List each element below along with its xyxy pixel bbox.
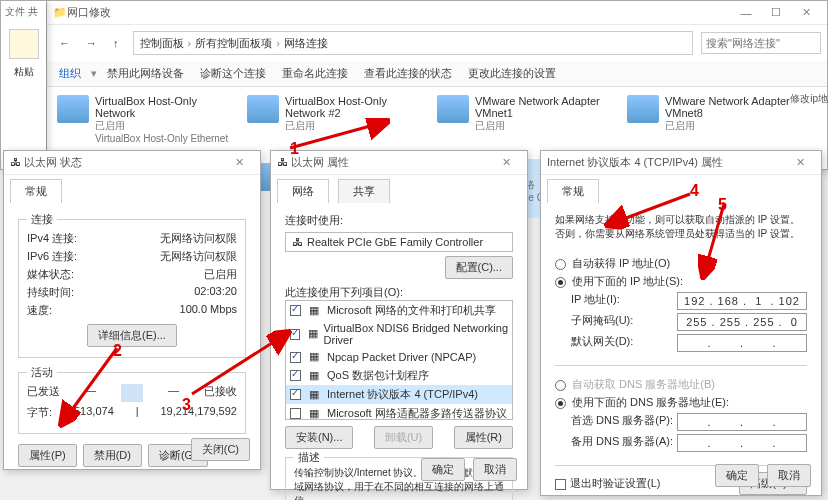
- bytes-label: 字节:: [27, 405, 52, 420]
- dns1-label: 首选 DNS 服务器(P):: [571, 413, 673, 431]
- crumb-1[interactable]: 所有控制面板项: [195, 36, 272, 51]
- item-checkbox[interactable]: [290, 389, 301, 400]
- item-label: VirtualBox NDIS6 Bridged Networking Driv…: [324, 322, 508, 346]
- up-btn[interactable]: ↑: [107, 35, 125, 51]
- net-icon: 🖧: [10, 156, 24, 170]
- component-item[interactable]: ▦Npcap Packet Driver (NPCAP): [286, 348, 512, 366]
- validate-chk[interactable]: [555, 479, 566, 490]
- r4-label: 使用下面的 DNS 服务器地址(E):: [572, 396, 729, 408]
- diag-cmd[interactable]: 诊断这个连接: [194, 64, 272, 83]
- close-icon[interactable]: ✕: [785, 153, 815, 173]
- tab-general[interactable]: 常规: [10, 179, 62, 203]
- close-btn2[interactable]: 关闭(C): [191, 438, 250, 461]
- anno-3: 3: [182, 396, 191, 414]
- item-label: Microsoft 网络适配器多路传送器协议: [327, 406, 507, 420]
- adapter-icon: [437, 95, 469, 123]
- radio-auto-dns[interactable]: [555, 380, 566, 391]
- status-row: 持续时间:02:03:20: [27, 285, 237, 300]
- titlebar: 📁 网口修改 — ☐ ✕: [47, 1, 827, 25]
- adapter-icon: [627, 95, 659, 123]
- leg-conn: 连接: [27, 212, 57, 227]
- ip-input[interactable]: [677, 292, 807, 310]
- status-cmd[interactable]: 查看此连接的状态: [358, 64, 458, 83]
- cancel-btn[interactable]: 取消: [767, 464, 811, 487]
- max-btn[interactable]: ☐: [761, 3, 791, 23]
- fwd-btn[interactable]: →: [80, 35, 103, 51]
- tab-general[interactable]: 常规: [547, 179, 599, 203]
- pc-icon: [121, 384, 143, 402]
- adapter-name: VirtualBox Host-Only Network: [95, 95, 233, 119]
- crumb-0[interactable]: 控制面板: [140, 36, 184, 51]
- breadcrumb[interactable]: 控制面板› 所有控制面板项› 网络连接: [133, 31, 694, 55]
- protocol-icon: ▦: [309, 407, 323, 421]
- ribbon-sliver: 文件 共 粘贴: [0, 0, 46, 170]
- search-input[interactable]: [701, 32, 821, 54]
- item-checkbox[interactable]: [290, 352, 301, 363]
- dlg-title: 以太网 属性: [291, 155, 491, 170]
- props-btn[interactable]: 属性(P): [18, 444, 77, 467]
- ok-btn[interactable]: 确定: [421, 458, 465, 481]
- disable-btn[interactable]: 禁用(D): [83, 444, 142, 467]
- adapter-item[interactable]: VMware Network Adapter VMnet8已启用: [625, 91, 805, 159]
- adapter-name: VMware Network Adapter VMnet8: [665, 95, 803, 119]
- item-props-btn[interactable]: 属性(R): [454, 426, 513, 449]
- adapter-status: 已启用: [475, 119, 613, 133]
- close-btn[interactable]: ✕: [791, 3, 821, 23]
- tab-network[interactable]: 网络: [277, 179, 329, 203]
- component-list[interactable]: ▦Microsoft 网络的文件和打印机共享▦VirtualBox NDIS6 …: [285, 300, 513, 420]
- component-item[interactable]: ▦VirtualBox NDIS6 Bridged Networking Dri…: [286, 320, 512, 348]
- config-btn[interactable]: 配置(C)...: [445, 256, 513, 279]
- org-menu[interactable]: 组织: [53, 64, 87, 83]
- component-item[interactable]: ▦Microsoft 网络适配器多路传送器协议: [286, 404, 512, 420]
- gw-input[interactable]: [677, 334, 807, 352]
- dns2-input[interactable]: [677, 434, 807, 452]
- adapter-icon: [57, 95, 89, 123]
- status-row: 速度:100.0 Mbps: [27, 303, 237, 318]
- min-btn[interactable]: —: [731, 3, 761, 23]
- disable-cmd[interactable]: 禁用此网络设备: [101, 64, 190, 83]
- adapter-status: 已启用: [285, 119, 423, 133]
- dlg-title: Internet 协议版本 4 (TCP/IPv4) 属性: [547, 155, 785, 170]
- validate-label: 退出时验证设置(L): [570, 477, 660, 489]
- mask-input[interactable]: [677, 313, 807, 331]
- status-row: IPv4 连接:无网络访问权限: [27, 231, 237, 246]
- adapter-item[interactable]: VMware Network Adapter VMnet1已启用: [435, 91, 615, 159]
- paste-icon[interactable]: [9, 29, 39, 59]
- protocol-icon: ▦: [309, 388, 323, 402]
- radio-auto-ip[interactable]: [555, 259, 566, 270]
- adapter-item[interactable]: VirtualBox Host-Only Network已启用VirtualBo…: [55, 91, 235, 159]
- back-btn[interactable]: ←: [53, 35, 76, 51]
- window-title: 网口修改: [67, 5, 731, 20]
- item-checkbox[interactable]: [290, 408, 301, 419]
- ok-btn[interactable]: 确定: [715, 464, 759, 487]
- component-item[interactable]: ▦Internet 协议版本 4 (TCP/IPv4): [286, 385, 512, 404]
- r1-label: 自动获得 IP 地址(O): [572, 257, 670, 269]
- cmd-bar: 组织▾ 禁用此网络设备 诊断这个连接 重命名此连接 查看此连接的状态 更改此连接…: [47, 61, 827, 87]
- item-checkbox[interactable]: [290, 305, 301, 316]
- cancel-btn[interactable]: 取消: [473, 458, 517, 481]
- tab-share[interactable]: 共享: [338, 179, 390, 203]
- dns1-input[interactable]: [677, 413, 807, 431]
- close-icon[interactable]: ✕: [224, 153, 254, 173]
- component-item[interactable]: ▦QoS 数据包计划程序: [286, 366, 512, 385]
- item-checkbox[interactable]: [290, 370, 301, 381]
- device-name: Realtek PCIe GbE Family Controller: [307, 236, 483, 248]
- component-item[interactable]: ▦Microsoft 网络的文件和打印机共享: [286, 301, 512, 320]
- change-cmd[interactable]: 更改此连接的设置: [462, 64, 562, 83]
- radio-manual-ip[interactable]: [555, 277, 566, 288]
- adapter-item[interactable]: VirtualBox Host-Only Network #2已启用: [245, 91, 425, 159]
- install-btn[interactable]: 安装(N)...: [285, 426, 353, 449]
- details-btn[interactable]: 详细信息(E)...: [87, 324, 177, 347]
- rename-cmd[interactable]: 重命名此连接: [276, 64, 354, 83]
- item-label: Npcap Packet Driver (NPCAP): [327, 351, 476, 363]
- radio-manual-dns[interactable]: [555, 398, 566, 409]
- ipv4-props-dialog: Internet 协议版本 4 (TCP/IPv4) 属性✕ 常规 如果网络支持…: [540, 150, 822, 496]
- item-checkbox[interactable]: [290, 329, 300, 340]
- r3-label: 自动获取 DNS 服务器地址(B): [572, 378, 715, 390]
- crumb-2[interactable]: 网络连接: [284, 36, 328, 51]
- dns2-label: 备用 DNS 服务器(A):: [571, 434, 673, 452]
- leg-act: 活动: [27, 365, 57, 380]
- anno-4: 4: [690, 182, 699, 200]
- close-icon[interactable]: ✕: [491, 153, 521, 173]
- uninstall-btn: 卸载(U): [374, 426, 433, 449]
